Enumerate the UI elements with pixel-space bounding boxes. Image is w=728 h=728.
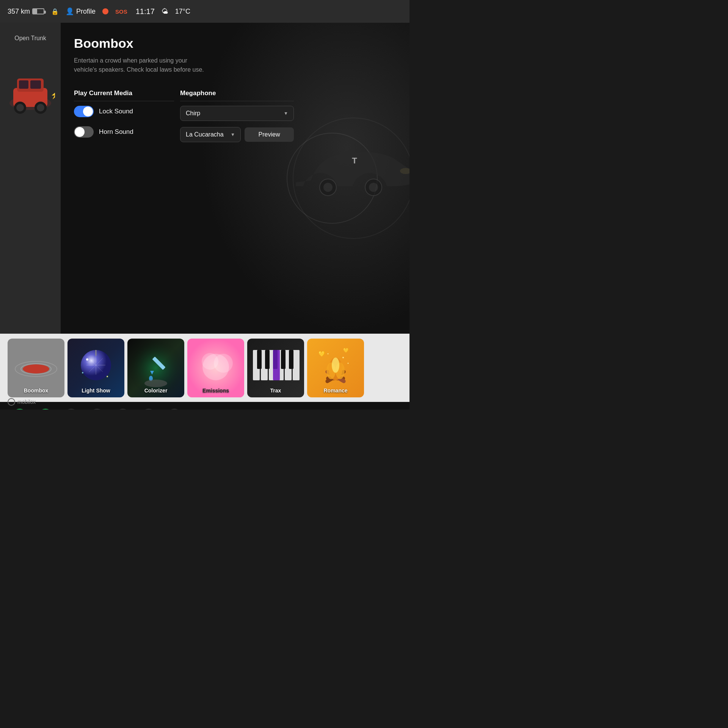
horn-sound-label: Horn Sound — [99, 128, 133, 136]
svg-point-37 — [202, 353, 218, 370]
lightshow-tile-label: Light Show — [67, 388, 124, 394]
profile-avatar-icon: 👤 — [66, 7, 74, 16]
svg-rect-3 — [19, 80, 28, 89]
status-bar: 357 km 🔒 👤 Profile SOS 11:17 🌤 17°C — [0, 0, 410, 23]
svg-rect-45 — [265, 350, 270, 369]
svg-rect-44 — [257, 350, 262, 369]
chirp-dropdown[interactable]: Chirp ▼ — [180, 106, 294, 121]
sos-dot — [102, 8, 108, 14]
horn-dropdown-arrow: ▼ — [231, 132, 235, 137]
app-tile-boombox[interactable]: Boombox — [8, 339, 64, 397]
emissions-tile-label: Emissions — [187, 388, 244, 394]
svg-point-57 — [342, 357, 344, 358]
horn-value: La Cucaracha — [186, 131, 224, 138]
svg-point-58 — [328, 353, 329, 354]
mobilox-text: mobilox — [17, 399, 36, 405]
svg-text:⚡: ⚡ — [50, 90, 55, 99]
media-icon[interactable]: ⏭ — [166, 409, 183, 410]
app-tile-lightshow[interactable]: Light Show — [67, 339, 124, 397]
svg-rect-49 — [273, 350, 278, 369]
more-apps-icon[interactable]: ⋯ — [89, 409, 105, 410]
svg-point-33 — [144, 380, 167, 387]
toggle-knob — [83, 107, 93, 116]
horn-sound-row: Horn Sound — [74, 122, 174, 142]
horn-toggle-knob — [75, 127, 85, 137]
preview-button[interactable]: Preview — [245, 127, 294, 142]
car-image: ⚡ — [6, 50, 55, 133]
left-sidebar: Open Trunk ⚡ — [0, 23, 61, 334]
svg-point-6 — [16, 104, 24, 111]
chirp-dropdown-arrow: ▼ — [284, 111, 288, 116]
boombox-content: Boombox Entertain a crowd when parked us… — [61, 23, 410, 334]
svg-rect-4 — [30, 80, 41, 89]
lock-icon: 🔒 — [51, 8, 59, 15]
spotify-icon[interactable] — [37, 409, 54, 410]
sos-label: SOS — [115, 8, 127, 15]
svg-text:💛: 💛 — [343, 347, 349, 353]
temperature-display: 17°C — [175, 8, 190, 16]
mobilox-watermark: mobilox — [8, 398, 36, 406]
main-content: Open Trunk ⚡ — [0, 23, 410, 334]
range-display: 357 km — [8, 8, 44, 16]
profile-section[interactable]: 👤 Profile — [66, 7, 96, 16]
trax-tile-label: Trax — [247, 388, 304, 394]
app-grid: Boombox Light Show — [0, 334, 410, 402]
svg-point-25 — [86, 358, 88, 361]
controller-icon[interactable]: 🎮 — [140, 409, 157, 410]
svg-rect-47 — [289, 350, 293, 369]
lock-sound-toggle[interactable] — [74, 106, 94, 117]
romance-tile-label: Romance — [307, 388, 364, 394]
play-media-header: Play Current Media — [74, 86, 174, 101]
chirp-value: Chirp — [186, 110, 200, 117]
horn-dropdown[interactable]: La Cucaracha ▼ — [180, 127, 241, 142]
colorizer-tile-label: Colorizer — [127, 388, 184, 394]
svg-text:💛: 💛 — [318, 351, 325, 357]
camera-icon[interactable]: 🎥 — [63, 409, 80, 410]
profile-label: Profile — [76, 8, 96, 16]
svg-point-19 — [23, 364, 49, 373]
megaphone-header: Megaphone — [180, 86, 294, 101]
arcade-icon[interactable]: ⭐ — [115, 409, 131, 410]
battery-icon — [32, 8, 44, 14]
time-display: 11:17 — [136, 7, 155, 16]
svg-point-27 — [82, 372, 83, 373]
boombox-panel: T Boombox Entertain a crowd when parked … — [61, 23, 410, 334]
svg-point-56 — [332, 358, 339, 373]
phone-icon[interactable]: 📞 — [11, 409, 28, 410]
taskbar: 📞 🎥 ⋯ ⭐ 🎮 ⏭ 🔊 — [0, 402, 410, 410]
app-tile-colorizer[interactable]: Colorizer — [127, 339, 184, 397]
svg-rect-43 — [293, 350, 300, 380]
svg-point-59 — [348, 362, 349, 364]
svg-rect-46 — [281, 350, 286, 369]
horn-sound-toggle[interactable] — [74, 126, 94, 138]
svg-point-26 — [107, 376, 108, 377]
app-tile-emissions[interactable]: Emissions — [187, 339, 244, 397]
app-tile-trax[interactable]: Trax — [247, 339, 304, 397]
range-text: 357 km — [8, 8, 30, 16]
app-tile-romance[interactable]: 💛 💛 Romance — [307, 339, 364, 397]
options-right-column: Megaphone Chirp ▼ La Cucaracha ▼ — [174, 86, 294, 144]
boombox-description: Entertain a crowd when parked using your… — [74, 56, 210, 74]
options-left-column: Play Current Media Lock Sound Horn Soun — [74, 86, 174, 144]
open-trunk-button[interactable]: Open Trunk — [14, 34, 46, 42]
mobilox-ring — [8, 398, 15, 406]
taskbar-left-icons: 📞 🎥 ⋯ ⭐ 🎮 ⏭ — [11, 409, 183, 410]
svg-point-8 — [37, 104, 44, 111]
lock-sound-row: Lock Sound — [74, 101, 174, 122]
boombox-title: Boombox — [74, 36, 396, 51]
boombox-tile-label: Boombox — [8, 388, 64, 394]
lock-sound-label: Lock Sound — [99, 108, 133, 115]
